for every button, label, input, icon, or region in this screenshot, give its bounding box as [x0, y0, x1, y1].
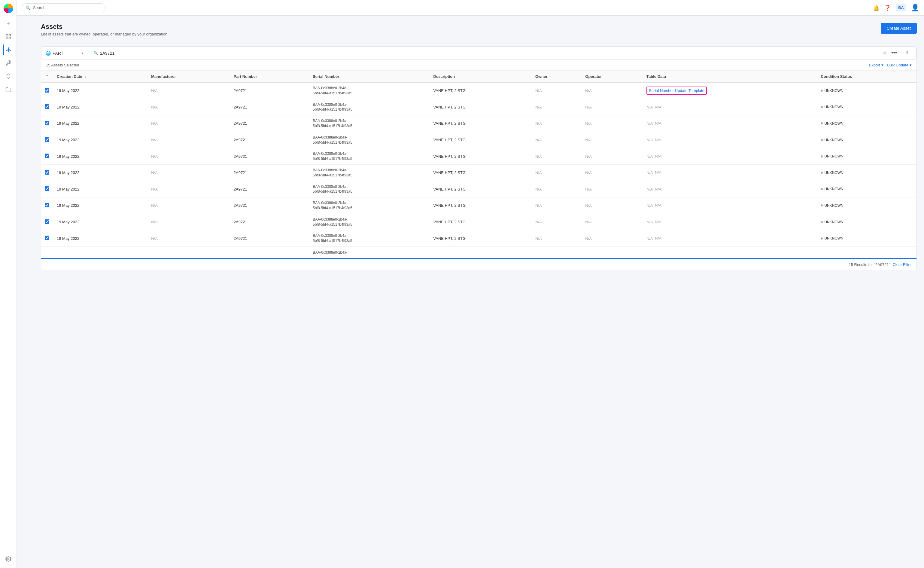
page-header: Assets List of assets that are owned, op…: [41, 23, 917, 36]
table-data-header: Table Data: [647, 74, 666, 79]
manufacturer-header: Manufacturer: [151, 74, 176, 79]
filter-search-icon: 🔍: [93, 51, 98, 55]
serial-number-cell: BAA-0c3388e0-2b4a-5bf8-5bf4-a1517b4f93a5: [309, 82, 430, 99]
table-row: 19 May 2022 N/A 2A9721 BAA-0c3388e0-2b4a…: [41, 131, 916, 148]
export-label: Export: [869, 63, 880, 67]
assets-table: Creation Date ↓ Manufacturer Part Number…: [41, 71, 916, 259]
row-checkbox[interactable]: [45, 186, 49, 191]
page-title: Assets: [41, 23, 167, 31]
row-checkbox[interactable]: [45, 203, 49, 207]
table-row: 19 May 2022 N/A 2A9721 BAA-0c3388e0-2b4a…: [41, 214, 916, 230]
table-header-row: Creation Date ↓ Manufacturer Part Number…: [41, 71, 916, 82]
clear-filter-button[interactable]: Clear Filter: [892, 262, 912, 267]
status-text: UNKNOWN: [824, 89, 843, 93]
search-icon: 🔍: [26, 5, 31, 10]
table-body: 19 May 2022 N/A 2A9721 BAA-0c3388e0-2b4a…: [41, 82, 916, 258]
col-condition-status[interactable]: Condition Status: [817, 71, 916, 82]
manufacturer-cell: N/A: [148, 82, 230, 99]
table-row: 19 May 2022 N/A 2A9721 BAA-0c3388e0-2b4a…: [41, 115, 916, 132]
select-all-checkbox[interactable]: [45, 74, 49, 78]
selected-count: 15 Assets Selected: [46, 63, 79, 67]
sidebar-item-files[interactable]: [3, 84, 14, 95]
table-data-link[interactable]: Serial Number Update Template: [647, 86, 707, 95]
sidebar-item-dashboard[interactable]: [3, 31, 14, 42]
status-dot-icon: [821, 89, 823, 92]
export-chevron-icon: ▾: [881, 63, 883, 67]
row-checkbox[interactable]: [45, 236, 49, 240]
sidebar-item-add[interactable]: +: [3, 18, 14, 29]
row-checkbox[interactable]: [45, 88, 49, 92]
col-operator[interactable]: Operator: [582, 71, 643, 82]
condition-status-header: Condition Status: [821, 74, 852, 79]
condition-status-cell: UNKNOWN: [817, 82, 916, 99]
col-table-data[interactable]: Table Data: [643, 71, 817, 82]
row-checkbox[interactable]: [45, 250, 49, 254]
row-checkbox[interactable]: [45, 137, 49, 142]
help-icon[interactable]: ❓: [884, 5, 891, 11]
row-checkbox-cell: [41, 82, 53, 99]
col-part-number[interactable]: Part Number: [230, 71, 309, 82]
search-input[interactable]: [33, 5, 102, 10]
export-button[interactable]: Export ▾: [869, 63, 884, 67]
row-checkbox[interactable]: [45, 154, 49, 158]
part-number-header: Part Number: [234, 74, 257, 79]
topbar: 🔍 🔔 ❓ BA 👤: [17, 0, 924, 16]
svg-rect-1: [9, 35, 11, 36]
row-checkbox[interactable]: [45, 170, 49, 175]
serial-number-header: Serial Number: [313, 74, 339, 79]
creation-date-cell: 19 May 2022: [53, 82, 148, 99]
col-owner[interactable]: Owner: [532, 71, 582, 82]
svg-rect-2: [6, 37, 8, 39]
chevron-down-icon: ▾: [82, 51, 83, 55]
table-row: 19 May 2022 N/A 2A9721 BAA-0c3388e0-2b4a…: [41, 230, 916, 247]
table-row: 19 May 2022 N/A 2A9721 BAA-0c3388e0-2b4a…: [41, 198, 916, 214]
table-row: 19 May 2022 N/A 2A9721 BAA-0c3388e0-2b4a…: [41, 99, 916, 115]
page-header-text: Assets List of assets that are owned, op…: [41, 23, 167, 36]
filter-type-dropdown[interactable]: PART ASSET COMPONENT: [53, 51, 80, 56]
filter-search-input[interactable]: [100, 51, 880, 56]
page-subtitle: List of assets that are owned, operated,…: [41, 32, 167, 36]
sidebar-item-tools[interactable]: [3, 58, 14, 68]
topbar-right: 🔔 ❓ BA 👤: [873, 4, 919, 12]
col-creation-date[interactable]: Creation Date ↓: [53, 71, 148, 82]
filter-bar: 🌐 PART ASSET COMPONENT ▾ 🔍 ✕ •••: [41, 46, 916, 60]
filter-more-icon[interactable]: •••: [889, 50, 899, 56]
table-toolbar: 15 Assets Selected Export ▾ Bulk Update …: [41, 60, 916, 71]
sort-desc-icon: ↓: [84, 75, 86, 79]
results-text: 15 Results for "2A9721": [849, 262, 890, 267]
owner-cell: N/A: [532, 82, 582, 99]
operator-header: Operator: [585, 74, 602, 79]
filter-clear-icon[interactable]: ✕: [883, 50, 886, 56]
select-all-column: [41, 71, 53, 82]
bulk-update-chevron-icon: ▾: [910, 63, 912, 67]
table-row: BAA-0c3388e0-2b4a-: [41, 246, 916, 258]
filter-type-selector[interactable]: 🌐 PART ASSET COMPONENT ▾: [46, 51, 87, 56]
create-asset-button[interactable]: Create Asset: [881, 23, 917, 34]
table-data-cell: Serial Number Update Template: [643, 82, 817, 99]
col-manufacturer[interactable]: Manufacturer: [148, 71, 230, 82]
row-checkbox[interactable]: [45, 219, 49, 224]
sidebar-item-flights[interactable]: [3, 44, 14, 55]
owner-header: Owner: [535, 74, 547, 79]
filter-columns-icon[interactable]: [902, 50, 912, 56]
sidebar: +: [0, 0, 17, 568]
search-box[interactable]: 🔍: [22, 3, 106, 12]
account-icon[interactable]: 👤: [911, 4, 919, 12]
sidebar-item-settings[interactable]: [3, 554, 14, 564]
row-checkbox[interactable]: [45, 104, 49, 109]
row-checkbox[interactable]: [45, 121, 49, 125]
operator-cell: N/A: [582, 82, 643, 99]
filter-type-icon: 🌐: [46, 51, 51, 56]
col-description[interactable]: Description: [430, 71, 532, 82]
notifications-icon[interactable]: 🔔: [873, 5, 880, 11]
table-footer: 15 Results for "2A9721" Clear Filter: [41, 259, 916, 270]
main-content: Assets List of assets that are owned, op…: [34, 16, 924, 568]
user-initials-badge: BA: [896, 4, 906, 11]
sidebar-item-routes[interactable]: [3, 71, 14, 82]
filter-table-card: 🌐 PART ASSET COMPONENT ▾ 🔍 ✕ •••: [41, 46, 917, 270]
creation-date-header: Creation Date: [57, 74, 82, 79]
bulk-update-button[interactable]: Bulk Update ▾: [887, 63, 912, 67]
status-badge: UNKNOWN: [821, 89, 913, 93]
col-serial-number[interactable]: Serial Number: [309, 71, 430, 82]
app-logo: [4, 4, 13, 13]
